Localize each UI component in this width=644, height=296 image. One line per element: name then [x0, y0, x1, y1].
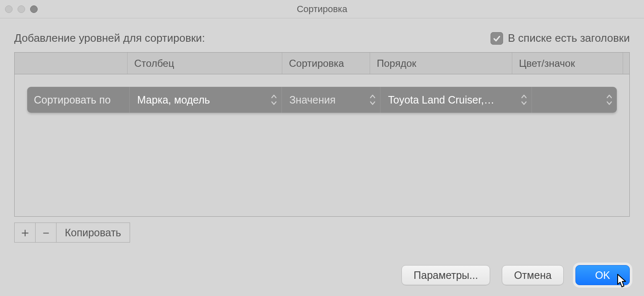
sort-on-select-value: Значения — [289, 94, 336, 106]
parameters-button[interactable]: Параметры... — [401, 265, 490, 285]
plus-icon: ＋ — [19, 224, 31, 241]
cancel-button[interactable]: Отмена — [502, 265, 564, 285]
copy-level-button[interactable]: Копировать — [56, 223, 130, 242]
traffic-lights — [5, 5, 38, 13]
window-title: Сортировка — [0, 4, 644, 15]
updown-icon — [605, 93, 613, 107]
th-lead — [15, 53, 128, 74]
sort-level-row[interactable]: Сортировать по Марка, модель Значения To… — [27, 87, 617, 113]
table-body: Сортировать по Марка, модель Значения To… — [15, 74, 629, 216]
order-select-value: Toyota Land Cruiser,… — [388, 94, 494, 106]
list-has-headers-checkbox[interactable]: В списке есть заголовки — [491, 32, 630, 45]
minimize-window-icon[interactable] — [18, 5, 25, 13]
level-toolbar: ＋ － Копировать — [14, 223, 130, 243]
th-sort[interactable]: Сортировка — [282, 53, 370, 74]
dialog-button-row: Параметры... Отмена OK — [401, 265, 630, 285]
checkmark-icon — [491, 32, 503, 45]
th-order[interactable]: Порядок — [370, 53, 512, 74]
titlebar: Сортировка — [0, 0, 644, 18]
sort-by-label: Сортировать по — [27, 87, 129, 113]
close-window-icon[interactable] — [5, 5, 13, 13]
updown-icon — [368, 93, 377, 107]
remove-level-button[interactable]: － — [36, 223, 56, 242]
th-grip — [623, 53, 629, 74]
add-level-button[interactable]: ＋ — [15, 223, 36, 242]
ok-button[interactable]: OK — [575, 265, 630, 285]
minus-icon: － — [40, 224, 52, 241]
th-column[interactable]: Столбец — [128, 53, 282, 74]
list-has-headers-label: В списке есть заголовки — [508, 32, 630, 45]
column-select-value: Марка, модель — [137, 94, 210, 106]
updown-icon — [520, 93, 528, 107]
copy-level-label: Копировать — [65, 227, 121, 239]
sort-levels-table: Столбец Сортировка Порядок Цвет/значок С… — [14, 52, 630, 217]
column-select[interactable]: Марка, модель — [129, 87, 281, 113]
zoom-window-icon[interactable] — [30, 5, 38, 13]
table-header: Столбец Сортировка Порядок Цвет/значок — [15, 53, 629, 74]
add-levels-label: Добавление уровней для сортировки: — [14, 32, 205, 45]
th-color[interactable]: Цвет/значок — [512, 53, 623, 74]
color-select[interactable] — [532, 87, 617, 113]
sort-on-select[interactable]: Значения — [281, 87, 380, 113]
updown-icon — [270, 93, 278, 107]
order-select[interactable]: Toyota Land Cruiser,… — [380, 87, 532, 113]
